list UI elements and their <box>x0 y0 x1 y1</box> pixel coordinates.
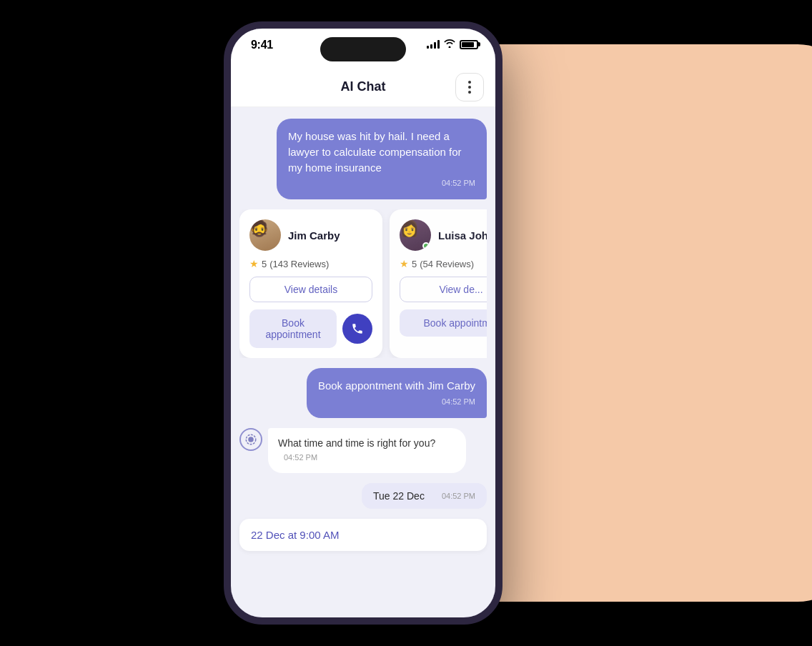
dynamic-island <box>320 37 406 61</box>
date-bubble: Tue 22 Dec 04:52 PM <box>362 483 487 509</box>
ai-avatar-icon <box>239 428 262 451</box>
book-row-luisa: Book appointm... <box>400 309 487 337</box>
lawyer-name-jim: Jim Carby <box>288 229 340 242</box>
book-appointment-button-luisa[interactable]: Book appointm... <box>400 309 487 337</box>
wifi-icon <box>444 39 455 50</box>
lawyer-card-header-luisa: 👩 Luisa Johns <box>400 219 487 251</box>
phone-call-button-jim[interactable] <box>342 314 372 344</box>
rating-value-luisa: 5 <box>412 259 417 269</box>
star-icon-jim: ★ <box>249 258 259 269</box>
power-button <box>501 143 502 194</box>
phone-icon <box>351 322 364 335</box>
lawyer-rating-luisa: ★ 5 (54 Reviews) <box>400 258 487 269</box>
avatar-jim: 🧔 <box>249 219 281 251</box>
time-slot-card[interactable]: 22 Dec at 9:00 AM <box>239 519 487 551</box>
phone-screen: 9:41 <box>224 21 502 625</box>
book-confirm-message: Book appontment with Jim Carby 04:52 PM <box>307 368 487 418</box>
svg-point-1 <box>249 437 253 442</box>
user-message-time: 04:52 PM <box>288 178 475 189</box>
battery-icon <box>460 40 478 49</box>
user-message-text: My house was hit by hail. I need a lawye… <box>288 130 462 174</box>
book-confirm-time: 04:52 PM <box>318 397 475 408</box>
time-slot-text: 22 Dec at 9:00 AM <box>251 529 475 541</box>
menu-button[interactable] <box>455 73 484 101</box>
book-row-jim: Book appointment <box>249 309 372 348</box>
app-title: AI Chat <box>341 79 386 94</box>
ai-message-bubble: What time and time is right for you? 04:… <box>268 428 466 473</box>
phone-device: 9:41 <box>224 21 502 625</box>
lawyer-rating-jim: ★ 5 (143 Reviews) <box>249 258 372 269</box>
lawyer-card-header-jim: 🧔 Jim Carby <box>249 219 372 251</box>
reviews-jim: (143 Reviews) <box>269 259 329 269</box>
volume-up-button <box>224 129 225 154</box>
silent-button <box>224 100 225 120</box>
view-details-button-jim[interactable]: View details <box>249 277 372 302</box>
avatar-luisa: 👩 <box>400 219 431 251</box>
view-details-button-luisa[interactable]: View de... <box>400 277 487 302</box>
lawyer-name-luisa: Luisa Johns <box>438 229 487 242</box>
status-time: 9:41 <box>251 39 273 51</box>
lawyer-cards-row: 🧔 Jim Carby ★ 5 (143 Reviews) View detai… <box>239 209 487 358</box>
date-bubble-time: 04:52 PM <box>442 492 475 500</box>
lawyer-card-luisa: 👩 Luisa Johns ★ 5 (54 Reviews) View de..… <box>390 209 487 358</box>
online-indicator-luisa <box>422 242 430 249</box>
app-header: AI Chat <box>231 67 495 107</box>
book-confirm-text: Book appontment with Jim Carby <box>318 379 475 392</box>
star-icon-luisa: ★ <box>400 258 409 269</box>
ai-message-text: What time and time is right for you? <box>278 437 435 449</box>
signal-icon <box>427 40 440 49</box>
status-icons <box>427 39 478 50</box>
reviews-luisa: (54 Reviews) <box>420 259 474 269</box>
date-text: Tue 22 Dec <box>373 490 425 502</box>
book-appointment-button-jim[interactable]: Book appointment <box>249 309 337 348</box>
ai-message-row: What time and time is right for you? 04:… <box>239 428 487 473</box>
user-message-bubble: My house was hit by hail. I need a lawye… <box>277 119 487 199</box>
three-dots-icon <box>468 81 471 94</box>
chat-content: My house was hit by hail. I need a lawye… <box>231 107 495 617</box>
ai-spinner-icon <box>244 433 257 446</box>
volume-down-button <box>224 164 225 190</box>
lawyer-card-jim: 🧔 Jim Carby ★ 5 (143 Reviews) View detai… <box>239 209 382 358</box>
rating-value-jim: 5 <box>262 259 267 269</box>
ai-message-time: 04:52 PM <box>284 453 317 462</box>
